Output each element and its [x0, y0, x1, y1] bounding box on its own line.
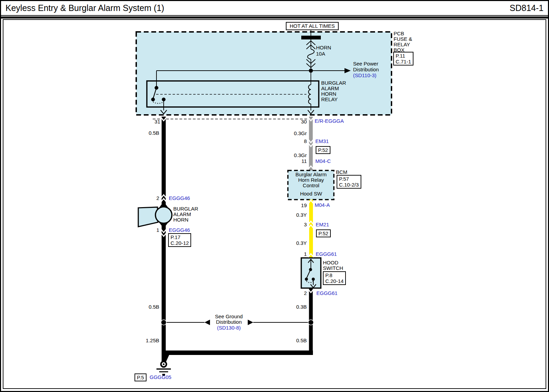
wire-gauge-03gr-2: 0.3Gr	[286, 153, 307, 158]
fuse-rating-label: 10A	[316, 51, 325, 57]
wire-gauge-05b-mid: 0.5B	[139, 304, 159, 310]
hood-ref-conn: C.20-14	[325, 278, 343, 284]
wire-gauge-05b-top: 0.5B	[139, 130, 159, 136]
ground-ref-page: P.5	[137, 375, 144, 380]
hood-switch-name-1: HOOD	[323, 260, 338, 265]
pcb-box-label-2: FUSE &	[394, 36, 412, 42]
see-power-line1: See Power	[353, 61, 378, 67]
em21-ref-page: P.52	[318, 230, 328, 236]
relay-name-3: HORN	[321, 91, 336, 97]
fuse-name-label: HORN	[316, 45, 331, 50]
ground-symbol	[156, 361, 171, 376]
horn-pin-2: 2	[139, 195, 159, 201]
wire-right-gray	[309, 117, 313, 170]
see-power-link[interactable]: (SD110-3)	[353, 73, 376, 78]
relay-pin-30: 30	[286, 119, 307, 124]
splice-em31[interactable]: EM31	[315, 139, 329, 144]
connector-eggg61-bot[interactable]: EGGG61	[316, 290, 338, 296]
page-code: SD814-1	[510, 3, 544, 13]
horn-page-ref[interactable]: P.17 C.20-12	[168, 233, 191, 247]
horn-name-3: HORN	[173, 217, 188, 223]
bcm-function-2: Horn Relay	[289, 177, 334, 183]
page-title: Keyless Entry & Burglar Alarm System (1)	[5, 3, 164, 13]
pcb-box-page-ref[interactable]: P.11 C.71-1	[393, 52, 413, 66]
splice-em21[interactable]: EM21	[316, 222, 329, 227]
connector-m04a[interactable]: M04-A	[315, 202, 330, 208]
harness-er-eggga[interactable]: E/R-EGGGA	[315, 118, 344, 124]
bcm-function-3: Control	[289, 183, 334, 188]
horn-connector-top-eggg46[interactable]: EGGG46	[169, 195, 190, 201]
pcb-ref-page: P.11	[396, 53, 411, 59]
splice-em31-pin: 8	[286, 139, 307, 144]
see-ground-link[interactable]: (SD130-8)	[203, 325, 255, 331]
wire-gauge-05b-right: 0.5B	[286, 338, 307, 343]
hood-switch-name-2: SWITCH	[323, 265, 343, 271]
hood-switch-page-ref[interactable]: P.8 C.20-14	[323, 271, 346, 285]
wire-gauge-03y-2: 0.3Y	[286, 240, 307, 246]
wire-gauge-125b: 1.25B	[139, 338, 159, 343]
bcm-function-1: Burglar Alarm	[289, 172, 334, 177]
connector-eggg61-top[interactable]: EGGG61	[316, 251, 337, 257]
splice-em21-pin: 3	[286, 222, 307, 227]
horn-connector-bot-eggg46[interactable]: EGGG46	[169, 227, 190, 233]
hood-ref-page: P.8	[325, 272, 343, 278]
bcm-page-ref[interactable]: P.57 C.10-2/3	[337, 175, 361, 189]
bcm-pin-19: 19	[286, 203, 307, 208]
hot-at-all-times-box: HOT AT ALL TIMES	[286, 22, 339, 30]
bcm-function-4: Hood SW	[289, 191, 334, 197]
ground-code-gggg05[interactable]: GGGG05	[150, 375, 171, 380]
horn-name-1: BURGLAR	[173, 206, 198, 212]
bcm-pin-11: 11	[286, 158, 307, 164]
wire-gauge-03gr-1: 0.3Gr	[286, 131, 307, 136]
relay-name-1: BURGLAR	[321, 80, 346, 86]
horn-ref-conn: C.20-12	[171, 240, 189, 246]
splice-em21-page-ref[interactable]: P.52	[316, 229, 331, 237]
horn-name-2: ALARM	[173, 212, 191, 217]
see-ground-line2: Distribution	[203, 319, 255, 325]
diagram-canvas	[0, 0, 549, 392]
see-ground-line1: See Ground	[203, 314, 255, 319]
hood-pin-2: 2	[286, 290, 307, 296]
wire-gauge-03y-1: 0.3Y	[286, 212, 307, 218]
bcm-ref-conn: C.10-2/3	[339, 182, 359, 188]
relay-name-2: ALARM	[321, 86, 339, 91]
bcm-name: BCM	[336, 169, 347, 175]
pcb-ref-conn: C.71-1	[396, 59, 411, 64]
hood-pin-1: 1	[286, 251, 307, 257]
pcb-box-label-3: RELAY	[394, 42, 410, 47]
wire-left-black	[160, 117, 168, 362]
splice-em31-page-ref[interactable]: P.52	[316, 146, 330, 154]
wire-gauge-03b: 0.3B	[286, 304, 307, 310]
wiring-diagram-page: Keyless Entry & Burglar Alarm System (1)…	[0, 0, 549, 392]
hood-switch-symbol	[301, 258, 321, 288]
bcm-ref-page: P.57	[339, 176, 359, 182]
horn-ref-page: P.17	[171, 234, 189, 240]
horn-pin-1: 1	[139, 227, 159, 233]
relay-name-4: RELAY	[321, 97, 338, 102]
relay-pin-31: 31	[140, 119, 160, 124]
em31-ref-page: P.52	[318, 147, 328, 153]
ground-page-ref[interactable]: P.5	[135, 373, 147, 381]
see-power-line2: Distribution	[353, 67, 379, 72]
connector-m04c[interactable]: M04-C	[315, 158, 331, 164]
wire-right-yellow	[309, 200, 313, 258]
pcb-box-label-1: PCB	[394, 31, 404, 36]
